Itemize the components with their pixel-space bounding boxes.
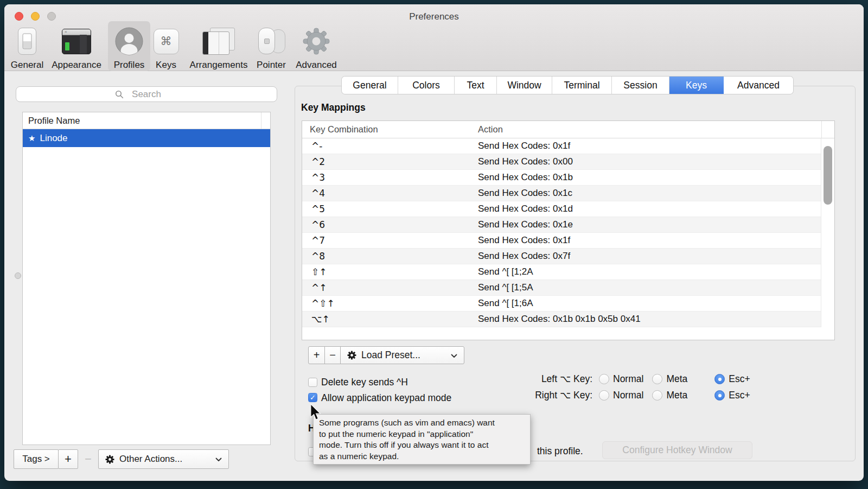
action-cell: Send Hex Codes: 0x1f	[471, 141, 821, 151]
toolbar-label: Keys	[156, 60, 176, 70]
table-row[interactable]: ⇧↑Send ^[ [1;2A	[302, 264, 821, 280]
column-header-key-combination[interactable]: Key Combination	[302, 124, 471, 135]
table-row[interactable]: ^-Send Hex Codes: 0x1f	[302, 138, 821, 154]
action-cell: Send Hex Codes: 0x1f	[471, 235, 821, 246]
radio-label: Esc+	[729, 373, 750, 385]
left-option-meta-radio[interactable]	[652, 374, 662, 384]
add-profile-button[interactable]: +	[58, 449, 78, 469]
left-option-normal-radio[interactable]	[599, 374, 609, 384]
mouse-cursor-icon	[310, 403, 322, 423]
toolbar-label: Arrangements	[190, 60, 248, 70]
search-input[interactable]	[16, 87, 277, 101]
table-row[interactable]: ^3Send Hex Codes: 0x1b	[302, 170, 821, 186]
configure-hotkey-window-button[interactable]: Configure Hotkey Window	[602, 441, 752, 459]
tab-colors[interactable]: Colors	[398, 77, 455, 94]
key-combination-cell: ^5	[302, 204, 471, 214]
tags-button[interactable]: Tags >	[14, 449, 59, 469]
table-row[interactable]: ^4Send Hex Codes: 0x1c	[302, 186, 821, 201]
gear-icon	[303, 24, 330, 58]
chevron-down-icon	[215, 454, 222, 465]
toolbar-item-profiles[interactable]: Profiles	[108, 21, 150, 71]
arrangements-panes-icon	[202, 24, 235, 58]
right-option-normal-radio[interactable]	[599, 390, 609, 401]
table-row[interactable]: ^7Send Hex Codes: 0x1f	[302, 233, 821, 249]
right-option-esc-radio[interactable]	[714, 390, 725, 401]
command-key-icon: ⌘	[154, 24, 179, 58]
table-row[interactable]: ^8Send Hex Codes: 0x7f	[302, 249, 821, 264]
toolbar-item-appearance[interactable]: × Appearance	[50, 21, 103, 71]
remove-profile-button[interactable]: −	[78, 449, 98, 469]
table-row[interactable]: ^5Send Hex Codes: 0x1d	[302, 201, 821, 217]
tooltip-line: as a numeric keypad.	[319, 451, 525, 462]
tab-advanced[interactable]: Advanced	[724, 77, 793, 94]
tooltip-line: Some programs (such as vim and emacs) wa…	[319, 417, 525, 429]
table-scrollbar-thumb[interactable]	[824, 146, 832, 205]
action-cell: Send ^[ [1;5A	[471, 282, 821, 293]
profile-tabs: General Colors Text Window Terminal Sess…	[342, 77, 793, 94]
profile-search-field[interactable]	[16, 86, 277, 102]
pane-splitter-handle[interactable]	[15, 272, 21, 279]
delete-key-checkbox[interactable]	[308, 378, 317, 387]
radio-label: Normal	[613, 390, 643, 401]
right-option-meta-radio[interactable]	[652, 390, 662, 401]
profile-row-linode[interactable]: ★ Linode	[23, 129, 270, 147]
radio-label: Normal	[613, 373, 643, 385]
tab-terminal[interactable]: Terminal	[552, 77, 612, 94]
profile-list: Profile Name ★ Linode	[22, 112, 271, 445]
other-actions-label: Other Actions...	[119, 454, 182, 465]
tooltip-line: to put the numeric keypad in "applicatio…	[319, 429, 525, 440]
other-actions-dropdown[interactable]: Other Actions...	[98, 449, 229, 469]
tooltip-line: mode. Turn this off if you always want i…	[319, 440, 525, 451]
load-preset-dropdown[interactable]: Load Preset...	[340, 346, 464, 364]
toolbar-label: Profiles	[114, 60, 145, 70]
remove-mapping-button[interactable]: −	[324, 346, 341, 364]
action-cell: Send ^[ [1;2A	[471, 266, 821, 277]
application-keypad-checkbox[interactable]: ✓	[308, 393, 317, 402]
table-row[interactable]: ^2Send Hex Codes: 0x00	[302, 154, 821, 170]
toolbar-item-advanced[interactable]: Advanced	[293, 21, 339, 71]
action-cell: Send Hex Codes: 0x1b	[471, 172, 821, 183]
toolbar-item-keys[interactable]: ⌘ Keys	[151, 21, 181, 71]
key-combination-cell: ^-	[302, 141, 471, 151]
left-option-esc-radio[interactable]	[714, 374, 725, 384]
add-mapping-button[interactable]: +	[308, 346, 325, 364]
tab-text[interactable]: Text	[455, 77, 497, 94]
tab-session[interactable]: Session	[612, 77, 669, 94]
mouse-icon	[256, 24, 287, 58]
action-cell: Send Hex Codes: 0x1d	[471, 204, 821, 214]
window-title: Preferences	[4, 11, 864, 22]
toolbar-item-pointer[interactable]: Pointer	[252, 21, 290, 71]
tab-keys[interactable]: Keys	[669, 77, 724, 94]
column-header-action[interactable]: Action	[471, 124, 821, 135]
mapping-buttons-group: + − Load Preset...	[308, 346, 464, 364]
toolbar-item-general[interactable]: General	[8, 21, 47, 71]
keypad-mode-tooltip: Some programs (such as vim and emacs) wa…	[313, 414, 531, 465]
table-row[interactable]: ^6Send Hex Codes: 0x1e	[302, 217, 821, 233]
toolbar-item-arrangements[interactable]: Arrangements	[188, 21, 249, 71]
action-cell: Send Hex Codes: 0x00	[471, 156, 821, 167]
command-glyph: ⌘	[161, 35, 172, 48]
key-combination-cell: ^2	[302, 156, 471, 167]
key-mappings-rows: ^-Send Hex Codes: 0x1f ^2Send Hex Codes:…	[302, 138, 821, 327]
key-combination-cell: ⇧↑	[302, 266, 471, 277]
key-combination-cell: ^7	[302, 235, 471, 246]
table-row[interactable]: ^↑Send ^[ [1;5A	[302, 280, 821, 296]
key-mappings-table: Key Combination Action ^-Send Hex Codes:…	[302, 120, 835, 340]
toolbar-label: General	[11, 60, 43, 70]
left-option-key-label: Left ⌥ Key:	[516, 373, 592, 385]
delete-key-label: Delete key sends ^H	[321, 377, 408, 388]
key-combination-cell: ^↑	[302, 282, 471, 293]
profile-list-header: Profile Name	[23, 112, 270, 129]
radio-label: Meta	[666, 390, 687, 401]
tab-window[interactable]: Window	[497, 77, 552, 94]
key-mappings-table-header: Key Combination Action	[302, 121, 834, 138]
table-row[interactable]: ^⇧↑Send ^[ [1;6A	[302, 296, 821, 312]
action-cell: Send Hex Codes: 0x1e	[471, 219, 821, 230]
table-row[interactable]: ⌥↑Send Hex Codes: 0x1b 0x1b 0x5b 0x41	[302, 312, 821, 327]
key-combination-cell: ^4	[302, 188, 471, 199]
gear-icon	[105, 455, 114, 464]
radio-label: Meta	[666, 373, 687, 385]
tab-general[interactable]: General	[342, 77, 398, 94]
hotkey-text-fragment: this profile.	[537, 446, 583, 457]
key-mappings-heading: Key Mappings	[301, 102, 366, 113]
